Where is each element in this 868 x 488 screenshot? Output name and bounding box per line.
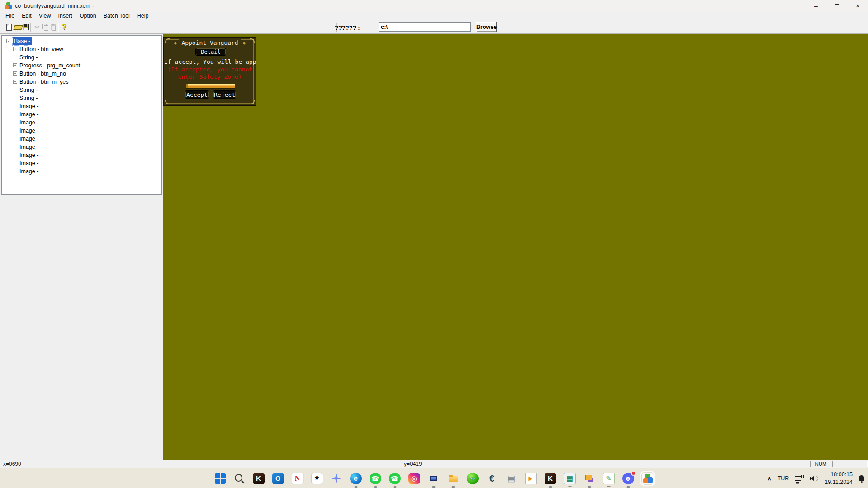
tree-item[interactable]: + Progress - prg_m_count: [2, 62, 161, 70]
tray-language-indicator[interactable]: TUR: [778, 475, 789, 482]
volume-icon[interactable]: [810, 475, 819, 482]
taskbar-icon-edge[interactable]: e: [350, 473, 362, 484]
restore-button[interactable]: [826, 0, 847, 12]
tree-item-label: String -: [19, 87, 38, 93]
tree-item-label: Button - btn_view: [19, 46, 63, 52]
start-button[interactable]: [215, 473, 226, 484]
close-button[interactable]: ×: [847, 0, 868, 12]
game-dialog-preview[interactable]: Appoint Vanguard Detail If accept, You w…: [163, 37, 256, 106]
cut-button[interactable]: ✂: [33, 23, 42, 32]
taskbar-icon-figu[interactable]: figu: [467, 473, 479, 484]
status-bar: x=0690 y=0419 NUM: [0, 460, 868, 468]
tree-item[interactable]: + Image -: [2, 143, 161, 151]
design-canvas[interactable]: Appoint Vanguard Detail If accept, You w…: [163, 34, 868, 460]
tree-item-label: Image -: [19, 160, 38, 166]
path-input[interactable]: [379, 22, 471, 32]
status-x-coordinate: x=0690: [3, 461, 21, 467]
paste-button[interactable]: [49, 23, 58, 32]
copy-icon: [42, 24, 48, 30]
tree-item[interactable]: + Image -: [2, 118, 161, 127]
tree-item[interactable]: + Image -: [2, 127, 161, 135]
tree-item-label: Image -: [19, 111, 38, 118]
tree-expand-icon[interactable]: +: [13, 63, 17, 67]
tree-expand-icon[interactable]: +: [13, 80, 17, 84]
taskbar-icon-file-explorer[interactable]: [447, 473, 459, 484]
taskbar-icon-copilot-sparkle[interactable]: [331, 473, 342, 484]
path-label: ?????? :: [335, 24, 360, 31]
status-pane: [787, 461, 809, 467]
open-file-button[interactable]: [13, 23, 22, 32]
taskbar-icon-chatgpt[interactable]: *: [311, 473, 323, 484]
ornament-corner: [250, 100, 255, 104]
menu-item[interactable]: Batch Tool: [100, 12, 133, 19]
status-y-coordinate: y=0419: [404, 461, 422, 467]
toolbar-separator: [58, 23, 59, 32]
help-button[interactable]: ?: [60, 23, 69, 32]
taskbar-icon-outlook[interactable]: O: [272, 473, 284, 484]
panel-scrollbar-thumb[interactable]: [157, 203, 157, 436]
tree-item[interactable]: + String -: [2, 53, 161, 62]
search-icon[interactable]: [233, 473, 245, 484]
menu-item[interactable]: Insert: [55, 12, 76, 19]
tray-clock[interactable]: 18:00:15 19.11.2024: [825, 471, 853, 486]
tree-item[interactable]: + String -: [2, 86, 161, 94]
taskbar-icon-gray-tool[interactable]: ▤: [506, 473, 517, 484]
save-button[interactable]: [21, 23, 30, 32]
taskbar-icon-cheat-engine[interactable]: €: [486, 473, 498, 484]
tray-chevron-up-icon[interactable]: ∧: [768, 475, 772, 482]
tree-item[interactable]: + Image -: [2, 159, 161, 167]
menu-item[interactable]: Edit: [18, 12, 35, 19]
notification-bell-icon[interactable]: [859, 475, 864, 481]
tree-item[interactable]: + Image -: [2, 151, 161, 159]
menu-item[interactable]: File: [2, 12, 18, 19]
browse-button[interactable]: Browse: [476, 22, 497, 32]
tree-expand-icon[interactable]: +: [13, 71, 17, 76]
taskbar-icon-doc-converter[interactable]: ▶: [525, 473, 537, 484]
tree-item[interactable]: + Image -: [2, 135, 161, 143]
tree-item-label: Button - btn_m_yes: [19, 79, 68, 85]
tree-item[interactable]: + Button - btn_m_no: [2, 70, 161, 78]
network-icon[interactable]: [795, 475, 804, 482]
tree-item-label: Button - btn_m_no: [19, 71, 66, 77]
taskbar-icon-notepad[interactable]: ✎: [603, 473, 615, 484]
taskbar-icon-whatsapp-2[interactable]: ☎: [389, 473, 401, 484]
dialog-warning-text: (If accepted, you cannot: [164, 66, 256, 73]
detail-button[interactable]: Detail: [196, 48, 226, 55]
taskbar-icon-3d-tool[interactable]: [583, 473, 595, 484]
tree-collapse-icon[interactable]: -: [6, 39, 10, 43]
taskbar-icon-k-app-2[interactable]: K: [545, 473, 556, 484]
tree-item-base[interactable]: - Base -: [2, 37, 161, 45]
taskbar-icon-k-app[interactable]: K: [253, 473, 265, 484]
accept-button[interactable]: Accept: [185, 91, 209, 98]
reject-button[interactable]: Reject: [213, 91, 236, 98]
tree-item[interactable]: + Button - btn_view: [2, 45, 161, 53]
new-file-button[interactable]: [5, 23, 14, 32]
app-icon: [5, 2, 12, 9]
tree-item-label: Image -: [19, 144, 38, 150]
tree-item[interactable]: + Image -: [2, 102, 161, 110]
taskbar-icon-whatsapp[interactable]: ☎: [370, 473, 381, 484]
taskbar-icon-xem-editor[interactable]: [642, 473, 654, 484]
minimize-button[interactable]: –: [806, 0, 826, 12]
menu-item[interactable]: Help: [133, 12, 152, 19]
taskbar-icon-remote-desktop[interactable]: [428, 473, 440, 484]
taskbar-icon-discord[interactable]: ☻: [622, 473, 634, 484]
panel-divider: [154, 196, 154, 460]
taskbar-icon-netflix[interactable]: N: [292, 473, 304, 484]
tree-item[interactable]: + Image -: [2, 167, 161, 175]
tray-time: 18:00:15: [825, 471, 853, 478]
copy-button[interactable]: [41, 23, 50, 32]
menu-item[interactable]: View: [35, 12, 55, 19]
taskbar-icon-image-viewer[interactable]: ▦: [564, 473, 576, 484]
paste-icon: [51, 24, 56, 30]
tree-item-label: Progress - prg_m_count: [19, 62, 80, 69]
toolbar: ✂ ? ?????? : Browse: [0, 20, 868, 34]
system-tray: ∧ TUR 18:00:15 19.11.2024: [768, 468, 864, 488]
tree-panel: - Base - + Button - btn_view + String - …: [1, 35, 162, 195]
menu-item[interactable]: Option: [76, 12, 100, 19]
tree-item[interactable]: + Button - btn_m_yes: [2, 78, 161, 86]
taskbar-icon-instagram[interactable]: ◎: [408, 473, 420, 484]
tree-expand-icon[interactable]: +: [13, 47, 17, 51]
tree-item[interactable]: + Image -: [2, 110, 161, 118]
tree-item[interactable]: + String -: [2, 94, 161, 102]
